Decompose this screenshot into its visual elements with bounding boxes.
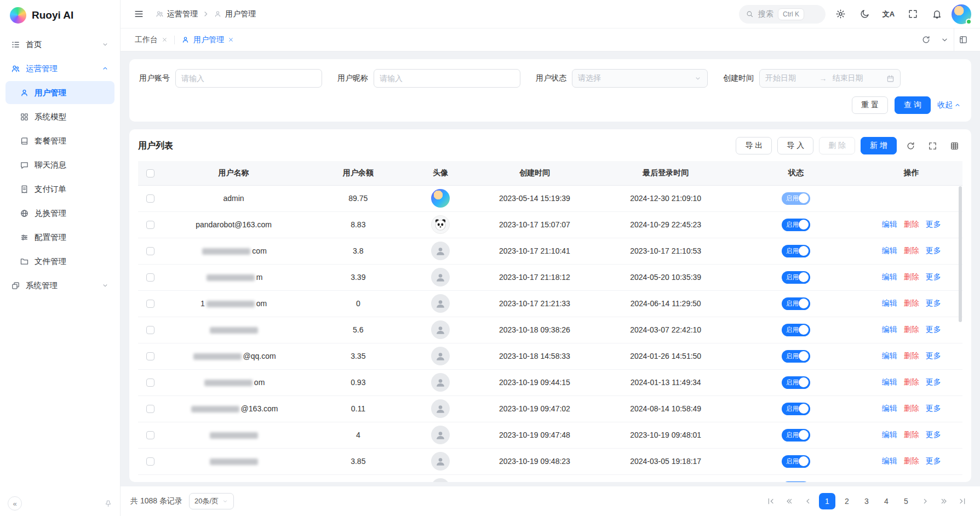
row-action-edit[interactable]: 编辑 [882,351,897,361]
sidebar-item-redeem-management[interactable]: 兑换管理 [5,202,114,225]
app-logo[interactable]: Ruoyi AI [0,0,120,31]
settings-gear-icon[interactable] [831,5,850,24]
row-checkbox[interactable] [146,352,154,360]
row-action-delete[interactable]: 删除 [904,272,919,282]
prev-5-pages-button[interactable] [782,494,797,509]
row-action-edit[interactable]: 编辑 [882,430,897,440]
row-checkbox[interactable] [146,431,154,439]
row-action-more[interactable]: 更多 [926,351,941,361]
user-avatar[interactable] [952,4,971,24]
export-button[interactable]: 导 出 [736,137,772,154]
sidebar-item-chat-messages[interactable]: 聊天消息 [5,153,114,176]
row-checkbox[interactable] [146,221,154,229]
status-toggle[interactable]: 启用 [782,245,810,257]
layout-toggle-icon[interactable] [954,28,972,51]
row-action-edit[interactable]: 编辑 [882,325,897,335]
page-button-5[interactable]: 5 [898,493,914,509]
tab-workbench[interactable]: 工作台 [128,28,174,51]
status-toggle[interactable]: 启用 [782,481,810,483]
row-checkbox[interactable] [146,300,154,308]
row-checkbox[interactable] [146,194,154,203]
notifications-bell-icon[interactable] [927,5,946,24]
row-action-more[interactable]: 更多 [926,430,941,440]
select-all-checkbox[interactable] [146,169,154,177]
row-action-delete[interactable]: 删除 [904,351,919,361]
page-button-2[interactable]: 2 [839,493,855,509]
sidebar-item-config-management[interactable]: 配置管理 [5,226,114,249]
page-button-4[interactable]: 4 [878,493,895,509]
sidebar-collapse-button[interactable]: « [8,496,22,511]
breadcrumb-item-operations[interactable]: 运营管理 [156,9,198,19]
row-action-edit[interactable]: 编辑 [882,272,897,282]
row-action-more[interactable]: 更多 [926,404,941,414]
row-action-edit[interactable]: 编辑 [882,377,897,387]
add-button[interactable]: 新 增 [861,137,897,154]
row-action-edit[interactable]: 编辑 [882,404,897,414]
status-toggle[interactable]: 启用 [782,192,810,205]
last-page-button[interactable] [955,494,970,509]
tab-user-management[interactable]: 用户管理 [175,28,240,51]
reset-button[interactable]: 重 置 [852,96,888,114]
refresh-icon[interactable] [902,137,919,154]
first-page-button[interactable] [763,494,778,509]
row-action-edit[interactable]: 编辑 [882,246,897,256]
account-input[interactable] [175,69,322,88]
sidebar-item-system-management[interactable]: 系统管理 [5,274,114,297]
next-page-button[interactable] [918,494,933,509]
prev-page-button[interactable] [800,494,816,509]
row-action-delete[interactable]: 删除 [904,325,919,335]
status-toggle[interactable]: 启用 [782,403,810,415]
status-toggle[interactable]: 启用 [782,376,810,389]
row-action-delete[interactable]: 删除 [904,246,919,256]
close-icon[interactable] [162,37,168,43]
status-toggle[interactable]: 启用 [782,324,810,336]
global-search[interactable]: 搜索 Ctrl K [739,5,826,24]
search-button[interactable]: 查 询 [895,96,931,114]
nickname-input[interactable] [374,69,520,88]
status-toggle[interactable]: 启用 [782,455,810,468]
row-action-delete[interactable]: 删除 [904,220,919,230]
close-icon[interactable] [228,37,234,43]
row-action-edit[interactable]: 编辑 [882,299,897,308]
row-action-edit[interactable]: 编辑 [882,456,897,466]
sidebar-item-system-models[interactable]: 系统模型 [5,105,114,128]
pin-icon[interactable] [104,500,112,508]
row-checkbox[interactable] [146,273,154,282]
status-toggle[interactable]: 启用 [782,219,810,231]
row-action-delete[interactable]: 删除 [904,430,919,440]
sidebar-item-package-management[interactable]: 套餐管理 [5,129,114,152]
sidebar-item-file-management[interactable]: 文件管理 [5,250,114,273]
table-scrollbar[interactable] [958,185,962,482]
row-checkbox[interactable] [146,326,154,334]
page-button-3[interactable]: 3 [858,493,875,509]
row-action-delete[interactable]: 删除 [904,299,919,308]
date-range-picker[interactable]: 开始日期 → 结束日期 [759,69,901,88]
row-checkbox[interactable] [146,247,154,255]
scrollbar-thumb[interactable] [959,186,962,322]
row-checkbox[interactable] [146,457,154,466]
row-action-delete[interactable]: 删除 [904,377,919,387]
sidebar-item-user-management[interactable]: 用户管理 [5,81,114,104]
sidebar-item-payment-orders[interactable]: 支付订单 [5,177,114,200]
row-checkbox[interactable] [146,379,154,387]
status-toggle[interactable]: 启用 [782,297,810,310]
language-icon[interactable]: 文A [879,5,898,24]
sidebar-item-home[interactable]: 首页 [5,33,114,56]
row-action-more[interactable]: 更多 [926,272,941,282]
refresh-icon[interactable] [916,28,935,51]
row-action-edit[interactable]: 编辑 [882,220,897,230]
status-toggle[interactable]: 启用 [782,271,810,284]
sidebar-item-operations[interactable]: 运营管理 [5,57,114,80]
fullscreen-icon[interactable] [903,5,922,24]
row-action-more[interactable]: 更多 [926,377,941,387]
row-action-more[interactable]: 更多 [926,246,941,256]
chevron-down-icon[interactable] [935,28,954,51]
page-button-1[interactable]: 1 [819,493,835,509]
page-size-select[interactable]: 20条/页 [189,493,234,509]
column-settings-icon[interactable] [946,137,962,154]
row-action-more[interactable]: 更多 [926,456,941,466]
row-action-delete[interactable]: 删除 [904,404,919,414]
breadcrumb-item-user-management[interactable]: 用户管理 [214,9,256,19]
status-select[interactable]: 请选择 [572,69,708,88]
status-toggle[interactable]: 启用 [782,350,810,363]
